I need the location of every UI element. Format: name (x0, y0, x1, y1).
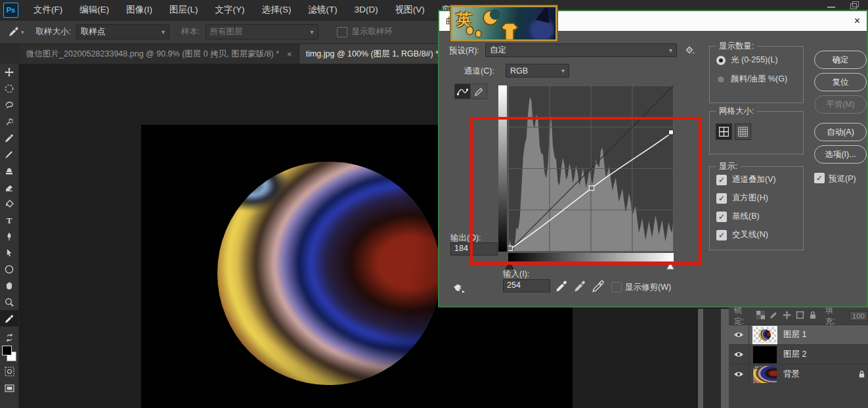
menu-item-1[interactable]: 编辑(E) (71, 0, 118, 20)
layer-visibility-toggle[interactable] (729, 365, 749, 384)
layer-row-2[interactable]: 背景 (729, 364, 868, 384)
close-icon[interactable]: × (854, 16, 860, 26)
white-point-eyedropper-icon[interactable] (592, 279, 605, 296)
preview-checkbox[interactable]: ✓ (814, 173, 825, 183)
input-value-field[interactable]: 254 (503, 279, 550, 292)
document-tab-1[interactable]: timg.jpg @ 100% (图层 1, RGB/8#) * (299, 44, 446, 64)
options-button[interactable]: 选项(I)... (814, 145, 867, 164)
show-ring-checkbox[interactable] (337, 27, 347, 37)
show-options-title: 显示: (716, 161, 741, 172)
menu-item-6[interactable]: 滤镜(T) (300, 0, 346, 20)
panel-divider[interactable] (698, 309, 703, 408)
svg-text:T: T (7, 215, 12, 225)
sample-size-dropdown[interactable]: 取样点▾ (76, 24, 169, 39)
banner-moon-icon (484, 11, 497, 24)
chevron-down-icon: ▾ (162, 28, 165, 35)
layer-name: 图层 2 (783, 349, 806, 360)
fill-value-field[interactable]: 100 (849, 311, 868, 321)
show-checkbox-3[interactable]: ✓ (716, 230, 727, 240)
sample-dropdown[interactable]: 所有图层▾ (206, 24, 318, 39)
menu-item-2[interactable]: 图像(I) (118, 0, 161, 20)
magic-wand-tool[interactable] (0, 113, 18, 129)
display-amount-group: 显示数量: 光 (0-255)(L)颜料/油墨 %(G) (709, 46, 804, 103)
preset-options-gear-icon[interactable] (684, 43, 695, 59)
layer-visibility-toggle[interactable] (729, 345, 749, 364)
show-checkbox-label: 交叉线(N) (732, 229, 768, 240)
lock-position-icon[interactable] (783, 311, 791, 321)
preset-dropdown[interactable]: 自定▾ (485, 43, 677, 57)
show-checkbox-2[interactable]: ✓ (716, 212, 727, 222)
clone-stamp-tool[interactable] (0, 162, 18, 179)
layer-row-1[interactable]: 图层 2 (729, 344, 868, 364)
eraser-tool[interactable] (0, 179, 18, 195)
photoshop-logo[interactable]: Ps (3, 3, 18, 18)
color-sampler-tool[interactable] (0, 310, 18, 327)
minimize-button[interactable] (827, 2, 836, 9)
hand-tool[interactable] (0, 277, 18, 294)
shape-tool[interactable] (0, 261, 18, 277)
auto-button[interactable]: 自动(A) (814, 123, 867, 141)
edit-points-mode-button[interactable] (454, 83, 471, 99)
menu-item-7[interactable]: 3D(D) (346, 0, 387, 20)
ok-button[interactable]: 确定 (814, 51, 867, 69)
input-label: 输入(I): (503, 269, 529, 280)
gray-point-eyedropper-icon[interactable] (573, 279, 586, 296)
layer-thumbnail[interactable] (753, 346, 777, 363)
layers-panel: 锁定: 填充: 100 图层 1图层 2背景 (729, 307, 868, 408)
show-checkbox-label: 基线(B) (732, 211, 760, 222)
show-checkbox-0[interactable]: ✓ (716, 175, 727, 185)
tab-close-icon[interactable]: × (287, 49, 292, 59)
smooth-button[interactable]: 平滑(M) (814, 95, 867, 114)
draw-curve-pencil-button[interactable] (471, 83, 487, 99)
show-checkbox-1[interactable]: ✓ (716, 193, 727, 204)
pen-tool[interactable] (0, 228, 18, 244)
radio-1[interactable] (716, 75, 726, 84)
reset-button[interactable]: 复位 (814, 73, 867, 91)
marquee-tool[interactable] (0, 80, 18, 97)
document-tab-0[interactable]: 微信图片_20200528233948.png @ 90.9% (图层 0 拷贝… (20, 44, 299, 64)
layer-visibility-toggle[interactable] (729, 325, 749, 344)
lock-all-icon[interactable] (809, 311, 817, 321)
show-checkbox-label: 直方图(H) (732, 193, 768, 204)
lock-label: 锁定: (734, 305, 752, 327)
black-point-eyedropper-icon[interactable] (555, 279, 568, 296)
screen-mode-icon[interactable] (0, 380, 18, 396)
channel-dropdown[interactable]: RGB▾ (506, 64, 569, 78)
quick-mask-icon[interactable] (0, 363, 18, 380)
zoom-tool[interactable] (0, 294, 18, 310)
show-ring-label: 显示取样环 (352, 26, 393, 37)
menu-item-8[interactable]: 视图(V) (387, 0, 433, 20)
type-tool[interactable]: T (0, 212, 18, 228)
sample-size-label: 取样大小: (36, 26, 71, 37)
grid-size-title: 网格大小: (716, 106, 757, 117)
menu-item-4[interactable]: 文字(Y) (207, 0, 253, 20)
path-select-tool[interactable] (0, 244, 18, 261)
eyedropper-tool[interactable] (0, 129, 18, 146)
menu-item-5[interactable]: 选择(S) (253, 0, 300, 20)
layer-thumbnail[interactable] (753, 327, 777, 344)
panel-divider[interactable] (721, 309, 729, 408)
foreground-color-swatch[interactable] (2, 346, 12, 355)
detailed-grid-button[interactable] (735, 124, 751, 140)
lock-artboard-icon[interactable] (796, 311, 804, 321)
paint-bucket-tool[interactable] (0, 195, 18, 212)
move-tool[interactable] (0, 64, 18, 80)
targeted-adjustment-tool-icon[interactable] (452, 282, 468, 297)
menu-item-0[interactable]: 文件(F) (25, 0, 71, 20)
layer-thumbnail[interactable] (753, 366, 777, 383)
color-swatches[interactable] (0, 344, 18, 363)
brush-tool[interactable] (0, 146, 18, 162)
layer-row-0[interactable]: 图层 1 (729, 325, 868, 344)
swap-colors-icon[interactable] (0, 332, 18, 344)
lasso-tool[interactable] (0, 97, 18, 113)
restore-button[interactable] (850, 2, 859, 9)
fill-label: 填充: (825, 305, 843, 327)
simple-grid-button[interactable] (716, 124, 732, 140)
radio-0[interactable] (716, 56, 726, 65)
show-clipping-checkbox[interactable] (611, 282, 622, 292)
eyedropper-tool-icon[interactable]: ▾ (8, 26, 24, 37)
lock-transparency-icon[interactable] (756, 311, 765, 321)
lock-pixels-icon[interactable] (770, 311, 778, 321)
tab-title: 微信图片_20200528233948.png @ 90.9% (图层 0 拷贝… (26, 49, 279, 60)
menu-item-3[interactable]: 图层(L) (161, 0, 207, 20)
